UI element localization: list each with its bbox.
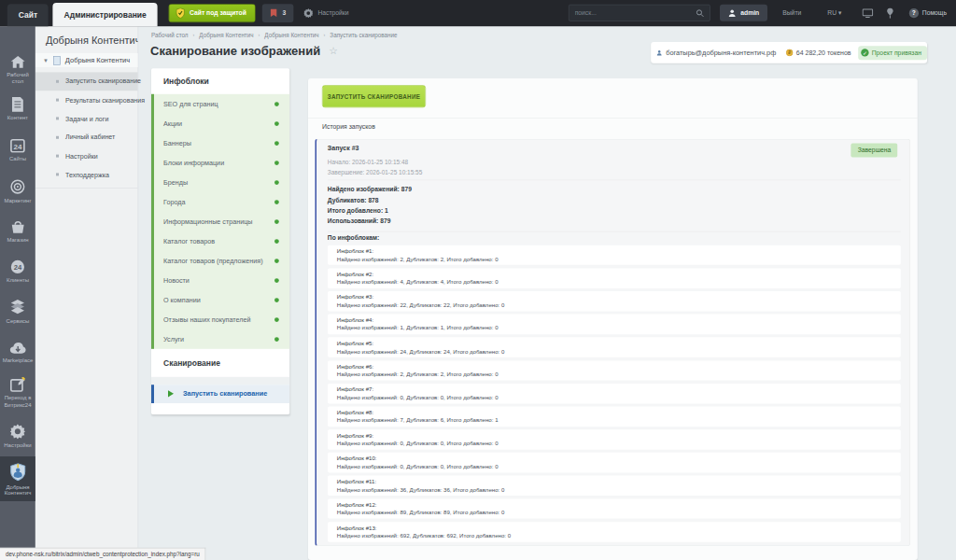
user-icon (656, 48, 662, 57)
panel-spacer (151, 377, 289, 385)
infoblock-result-row: Инфоблок #5:Найдено изображений: 24, Дуб… (328, 337, 901, 357)
status-dot-icon (274, 278, 279, 283)
infoblocks-list: SEO для страницАкцииБаннерыБлоки информа… (151, 94, 289, 349)
breadcrumb-separator: › (259, 32, 260, 37)
svg-text:24: 24 (14, 143, 22, 151)
rail-item-label: Контент (0, 115, 35, 121)
bullet-icon (56, 99, 59, 102)
search-input[interactable] (575, 9, 696, 16)
menu-item[interactable]: Запустить сканирование (35, 72, 137, 91)
app-rail: Рабочий столКонтент24СайтыМаркетингМагаз… (0, 26, 35, 560)
gear-icon (10, 424, 25, 439)
scan-section-header: Сканирование (151, 349, 289, 377)
panel-footer (151, 403, 289, 414)
infoblock-result-row: Инфоблок #12:Найдено изображений: 89, Ду… (328, 498, 901, 518)
breadcrumb-item[interactable]: Добрыня Контентич (264, 31, 318, 37)
menu-item[interactable]: Личный кабинет (35, 128, 137, 147)
logout-link[interactable]: Выйти (782, 9, 801, 16)
run-scan-button[interactable]: ЗАПУСТИТЬ СКАНИРОВАНИЕ (322, 85, 426, 107)
desktop-app-icon[interactable] (862, 8, 873, 18)
user-icon (728, 9, 736, 18)
rail-item-label: Сайты (0, 156, 35, 162)
menu-item[interactable]: Техподдержка (35, 165, 137, 184)
infoblock-menu-item[interactable]: О компании (154, 290, 289, 310)
rail-item-shield[interactable]: Добрыня Контентич (0, 456, 35, 501)
rail-item-label: Marketplace (0, 357, 35, 364)
rail-item-bitrix24[interactable]: Переход в Битрикс24 (0, 377, 35, 422)
desktop-icon (10, 55, 26, 69)
infoblock-menu-item[interactable]: Бренды (154, 173, 289, 192)
help-button[interactable]: ? Помощь (909, 8, 947, 18)
topbar: Сайт Администрирование Сайт под защитой … (0, 0, 956, 26)
breadcrumb-item[interactable]: Добрыня Контентич (199, 31, 253, 37)
breadcrumb-item[interactable]: Рабочий стол (151, 31, 189, 37)
favorite-star-icon[interactable]: ☆ (329, 45, 338, 57)
menu-item[interactable]: Настройки (35, 147, 137, 165)
site-protected-button[interactable]: Сайт под защитой (169, 4, 256, 22)
user-menu-button[interactable]: admin (720, 5, 767, 21)
pin-icon[interactable] (886, 7, 893, 18)
rail-item-store[interactable]: Магазин (0, 220, 35, 258)
infoblock-menu-item[interactable]: Услуги (154, 329, 289, 349)
run-finished: Завершение: 2026-01-25 10:15:55 (328, 169, 422, 175)
search-icon (696, 9, 704, 18)
infoblock-result-row: Инфоблок #1:Найдено изображений: 2, Дубл… (328, 245, 901, 265)
infoblock-menu-item[interactable]: Новости (154, 271, 289, 290)
module-menu-root[interactable]: ▼ Добрыня Контентич (35, 53, 137, 67)
tab-site[interactable]: Сайт (7, 4, 49, 26)
run-divider (328, 231, 901, 232)
status-dot-icon (274, 200, 279, 204)
tab-admin[interactable]: Администрирование (53, 3, 158, 26)
infoblock-result-row: Инфоблок #2:Найдено изображений: 4, Дубл… (328, 268, 901, 287)
breadcrumb-item[interactable]: Запустить сканирование (330, 31, 397, 37)
status-dot-icon (274, 317, 279, 322)
run-stat-line: Найдено изображений: 879 (328, 185, 412, 195)
infoblock-result-row: Инфоблок #10:Найдено изображений: 0, Дуб… (328, 453, 901, 472)
page-title: Сканирование изображений (150, 44, 320, 59)
rail-item-clients[interactable]: 24Клиенты (0, 259, 35, 298)
rail-item-gear[interactable]: Настройки (0, 424, 35, 455)
run-started: Начало: 2026-01-25 10:15:48 (328, 159, 408, 165)
infoblock-menu-item[interactable]: Города (154, 192, 289, 212)
infoblock-result-row: Инфоблок #4:Найдено изображений: 1, Дубл… (328, 315, 901, 334)
infoblock-menu-item[interactable]: Блоки информации (154, 153, 289, 173)
rail-item-sites[interactable]: 24Сайты (0, 139, 35, 177)
run-title: Запуск #3 (328, 145, 359, 152)
by-infoblocks-label: По инфоблокам: (328, 235, 379, 242)
rail-item-marketing[interactable]: Маркетинг (0, 179, 35, 218)
notifications-button[interactable]: 3 (262, 4, 294, 22)
language-selector[interactable]: RU ▾ (827, 9, 841, 17)
infoblock-result-row: Инфоблок #11:Найдено изображений: 36, Ду… (328, 476, 901, 496)
infoblock-menu-item[interactable]: Баннеры (154, 133, 289, 153)
infoblock-menu-item[interactable]: Акции (154, 114, 289, 133)
infoblock-menu-item[interactable]: Каталог товаров (154, 231, 289, 251)
infoblock-menu-item[interactable]: Каталог товаров (предложения) (154, 251, 289, 271)
infoblock-result-row: Инфоблок #13:Найдено изображений: 692, Д… (328, 522, 901, 541)
rail-item-services[interactable]: Сервисы (0, 300, 35, 339)
marketplace-icon (9, 342, 26, 355)
rail-item-label: Рабочий стол (0, 72, 35, 85)
run-scan-menu-item[interactable]: Запустить сканирование (151, 385, 289, 403)
menu-item[interactable]: Результаты сканирования (35, 91, 137, 109)
rail-item-marketplace[interactable]: Marketplace (0, 342, 35, 375)
bullet-icon (56, 174, 59, 176)
infoblock-menu-item[interactable]: SEO для страниц (154, 94, 289, 114)
book-icon (269, 8, 277, 18)
status-dot-icon (274, 239, 279, 244)
bullet-icon (56, 80, 59, 83)
status-dot-icon (274, 337, 279, 342)
infoblock-menu-item[interactable]: Информационные страницы (154, 212, 289, 231)
services-icon (10, 300, 25, 315)
infoblock-result-row: Инфоблок #9:Найдено изображений: 0, Дубл… (328, 429, 901, 449)
check-icon: ✓ (861, 49, 868, 56)
status-dot-icon (274, 141, 279, 146)
topbar-settings-button[interactable]: Настройки (303, 8, 348, 18)
infoblock-menu-item[interactable]: Отзывы наших покупателей (154, 310, 289, 329)
token-balance: 64 282,20 токенов (796, 49, 851, 57)
rail-item-desktop[interactable]: Рабочий стол (0, 55, 35, 98)
rail-item-content[interactable]: Контент (0, 97, 35, 137)
search-box[interactable] (569, 5, 710, 21)
menu-item[interactable]: Задачи и логи (35, 109, 137, 128)
infoblock-result-row: Инфоблок #3:Найдено изображений: 22, Дуб… (328, 291, 901, 311)
run-stat-line: Дубликатов: 878 (328, 195, 412, 205)
